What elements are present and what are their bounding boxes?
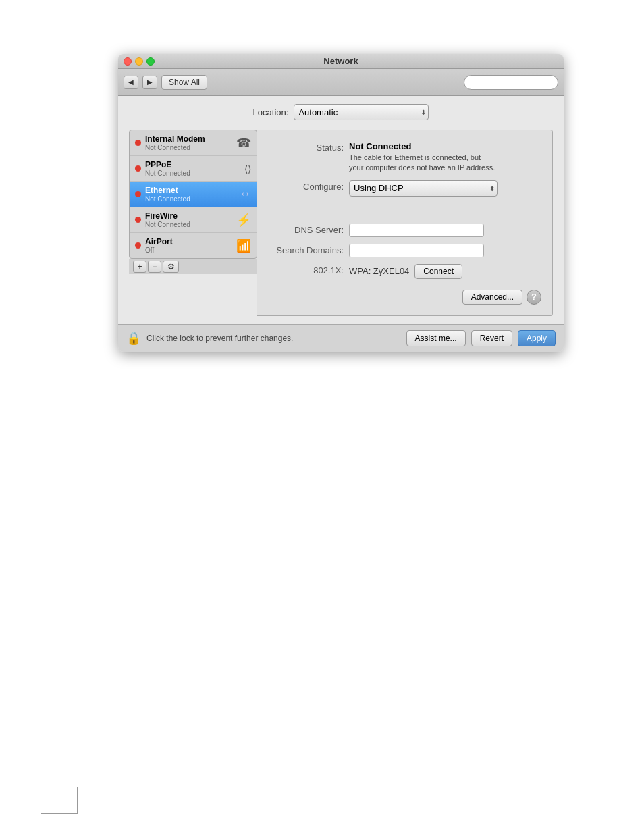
- status-dot-internal-modem: [135, 140, 141, 146]
- revert-button[interactable]: Revert: [471, 330, 512, 346]
- page-wrapper: Network ◀ ▶ Show All Location: Automatic…: [0, 0, 644, 834]
- dns-label: DNS Server:: [268, 224, 349, 235]
- network-info-internal-modem: Internal Modem Not Connected: [145, 134, 232, 151]
- status-label: Status:: [268, 141, 349, 153]
- main-panel: Internal Modem Not Connected ☎ PPPoE Not…: [129, 130, 553, 316]
- network-status-internal-modem: Not Connected: [145, 144, 232, 151]
- configure-row: Configure: Using DHCP Using BootP Manual…: [268, 180, 541, 197]
- firewire-icon: ⚡: [236, 213, 251, 228]
- dns-value-container: [349, 224, 541, 237]
- lock-text: Click the lock to prevent further change…: [146, 334, 401, 343]
- network-window: Network ◀ ▶ Show All Location: Automatic…: [118, 54, 564, 352]
- list-footer: + − ⚙: [129, 259, 257, 274]
- dns-row: DNS Server:: [268, 224, 541, 237]
- dot1x-label: 802.1X:: [268, 264, 349, 276]
- network-info-pppoe: PPPoE Not Connected: [145, 160, 240, 177]
- close-button[interactable]: [124, 57, 132, 66]
- advanced-button[interactable]: Advanced...: [462, 290, 522, 305]
- network-item-ethernet[interactable]: Ethernet Not Connected ↔: [130, 182, 257, 207]
- apply-button[interactable]: Apply: [518, 330, 556, 346]
- status-dot-ethernet: [135, 191, 141, 197]
- dns-input[interactable]: [349, 224, 484, 237]
- network-name-ethernet: Ethernet: [145, 186, 235, 195]
- search-domains-input[interactable]: [349, 244, 484, 257]
- lock-icon[interactable]: 🔒: [126, 331, 141, 346]
- bottom-bar: 🔒 Click the lock to prevent further chan…: [118, 324, 564, 352]
- toolbar-search-input[interactable]: [464, 75, 558, 90]
- location-row: Location: Automatic Edit Locations... ⬍: [129, 104, 553, 120]
- top-divider: [0, 41, 644, 41]
- dot1x-value: WPA: ZyXEL04: [349, 266, 409, 276]
- connect-button[interactable]: Connect: [414, 264, 462, 279]
- window-title: Network: [323, 56, 358, 66]
- status-dot-pppoe: [135, 165, 141, 172]
- network-status-ethernet: Not Connected: [145, 195, 235, 203]
- show-all-button[interactable]: Show All: [161, 75, 207, 90]
- network-status-firewire: Not Connected: [145, 221, 232, 228]
- modem-icon: ☎: [236, 136, 251, 151]
- remove-network-button[interactable]: −: [148, 261, 161, 273]
- dot1x-value-container: WPA: ZyXEL04 Connect: [349, 264, 541, 279]
- content-area: Location: Automatic Edit Locations... ⬍: [118, 96, 564, 324]
- network-item-pppoe[interactable]: PPPoE Not Connected ⟨⟩: [130, 156, 257, 182]
- advanced-row: Advanced... ?: [268, 290, 541, 305]
- status-subtext: The cable for Ethernet is connected, but…: [349, 153, 541, 174]
- ethernet-icon: ↔: [239, 187, 251, 201]
- detail-panel: Status: Not Connected The cable for Ethe…: [257, 130, 553, 316]
- configure-select-wrapper: Using DHCP Using BootP Manually Using PP…: [349, 180, 498, 197]
- toolbar: ◀ ▶ Show All: [118, 69, 564, 96]
- network-status-pppoe: Not Connected: [145, 170, 240, 177]
- configure-label: Configure:: [268, 180, 349, 192]
- status-dot-airport: [135, 242, 141, 249]
- page-indicator: [41, 787, 78, 814]
- pppoe-icon: ⟨⟩: [244, 163, 251, 174]
- status-dot-firewire: [135, 217, 141, 223]
- network-name-firewire: FireWire: [145, 211, 232, 221]
- location-label: Location:: [253, 107, 289, 118]
- gear-button[interactable]: ⚙: [163, 261, 179, 273]
- network-item-firewire[interactable]: FireWire Not Connected ⚡: [130, 207, 257, 233]
- maximize-button[interactable]: [146, 57, 155, 66]
- network-item-internal-modem[interactable]: Internal Modem Not Connected ☎: [130, 130, 257, 156]
- bottom-divider-line: [78, 800, 644, 800]
- configure-select[interactable]: Using DHCP Using BootP Manually Using PP…: [349, 180, 498, 197]
- dot1x-row: 802.1X: WPA: ZyXEL04 Connect: [268, 264, 541, 279]
- search-domains-label: Search Domains:: [268, 244, 349, 255]
- status-row: Status: Not Connected The cable for Ethe…: [268, 141, 541, 174]
- network-list: Internal Modem Not Connected ☎ PPPoE Not…: [129, 130, 257, 259]
- airport-icon: 📶: [236, 238, 251, 253]
- status-value-container: Not Connected The cable for Ethernet is …: [349, 141, 541, 174]
- network-info-ethernet: Ethernet Not Connected: [145, 186, 235, 203]
- configure-value-container: Using DHCP Using BootP Manually Using PP…: [349, 180, 541, 197]
- help-button[interactable]: ?: [527, 290, 541, 305]
- search-domains-value-container: [349, 244, 541, 257]
- back-button[interactable]: ◀: [124, 76, 138, 89]
- network-list-container: Internal Modem Not Connected ☎ PPPoE Not…: [129, 130, 257, 316]
- network-info-airport: AirPort Off: [145, 237, 232, 254]
- forward-button[interactable]: ▶: [142, 76, 157, 89]
- location-select-wrapper: Automatic Edit Locations... ⬍: [294, 104, 429, 120]
- network-name-airport: AirPort: [145, 237, 232, 246]
- status-value: Not Connected: [349, 141, 541, 151]
- network-info-firewire: FireWire Not Connected: [145, 211, 232, 228]
- titlebar: Network: [118, 54, 564, 69]
- spacer: [268, 203, 541, 224]
- minimize-button[interactable]: [135, 57, 143, 66]
- network-name-pppoe: PPPoE: [145, 160, 240, 170]
- search-domains-row: Search Domains:: [268, 244, 541, 257]
- assist-button[interactable]: Assist me...: [406, 330, 466, 346]
- network-status-airport: Off: [145, 246, 232, 254]
- traffic-lights: [124, 57, 155, 66]
- add-network-button[interactable]: +: [133, 261, 146, 273]
- location-select[interactable]: Automatic Edit Locations...: [294, 104, 429, 120]
- network-name-internal-modem: Internal Modem: [145, 134, 232, 144]
- network-item-airport[interactable]: AirPort Off 📶: [130, 233, 257, 258]
